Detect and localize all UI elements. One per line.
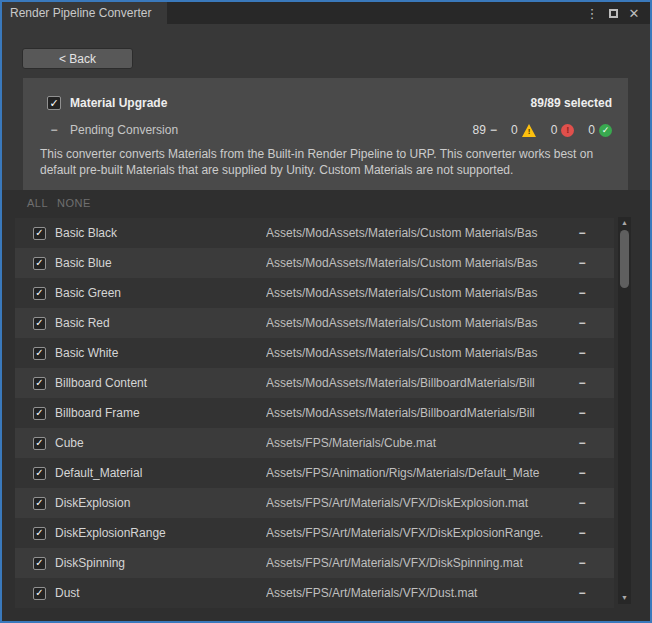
item-checkbox[interactable]: ✓ bbox=[33, 227, 46, 240]
converter-panel: ✓ Material Upgrade 89/89 selected − Pend… bbox=[23, 78, 628, 190]
item-name: Basic Red bbox=[55, 316, 266, 330]
item-name: DiskSpinning bbox=[55, 556, 266, 570]
check-icon: ✓ bbox=[35, 378, 43, 388]
titlebar: Render Pipeline Converter ⋮ ✕ bbox=[2, 2, 650, 24]
item-checkbox[interactable]: ✓ bbox=[33, 497, 46, 510]
item-checkbox[interactable]: ✓ bbox=[33, 437, 46, 450]
success-count: 0 bbox=[588, 123, 595, 137]
item-path: Assets/FPS/Art/Materials/VFX/Dust.mat bbox=[266, 586, 550, 600]
item-status-dash-icon: − bbox=[550, 226, 614, 240]
item-name: Cube bbox=[55, 436, 266, 450]
pending-conversion-label: Pending Conversion bbox=[70, 123, 178, 137]
converter-description: This converter converts Materials from t… bbox=[40, 146, 612, 178]
pending-count: 89 bbox=[473, 123, 486, 137]
table-row: ✓ DiskSpinning Assets/FPS/Art/Materials/… bbox=[15, 548, 614, 578]
table-row: ✓ DiskExplosionRange Assets/FPS/Art/Mate… bbox=[15, 518, 614, 548]
item-path: Assets/ModAssets/Materials/Custom Materi… bbox=[266, 286, 550, 300]
success-counter: 0 ✓ bbox=[588, 123, 612, 137]
item-name: DiskExplosionRange bbox=[55, 526, 266, 540]
close-icon[interactable]: ✕ bbox=[627, 5, 641, 21]
item-checkbox[interactable]: ✓ bbox=[33, 587, 46, 600]
item-checkbox[interactable]: ✓ bbox=[33, 527, 46, 540]
error-icon: ! bbox=[561, 124, 574, 137]
scrollbar[interactable]: ▲ ▼ bbox=[617, 216, 632, 605]
item-status-dash-icon: − bbox=[550, 316, 614, 330]
table-row: ✓ Default_Material Assets/FPS/Animation/… bbox=[15, 458, 614, 488]
tab-render-pipeline-converter[interactable]: Render Pipeline Converter bbox=[2, 2, 167, 24]
item-path: Assets/FPS/Art/Materials/VFX/DiskExplosi… bbox=[266, 496, 550, 510]
table-row: ✓ Basic Red Assets/ModAssets/Materials/C… bbox=[15, 308, 614, 338]
material-upgrade-checkbox[interactable]: ✓ bbox=[47, 96, 61, 110]
check-icon: ✓ bbox=[35, 318, 43, 328]
warning-icon: ! bbox=[522, 124, 537, 137]
window-title: Render Pipeline Converter bbox=[10, 6, 151, 20]
check-icon: ✓ bbox=[35, 468, 43, 478]
pending-counter: 89 − bbox=[473, 123, 497, 137]
item-status-dash-icon: − bbox=[550, 586, 614, 600]
item-name: Basic White bbox=[55, 346, 266, 360]
fold-dash-icon[interactable]: − bbox=[47, 123, 61, 137]
table-row: ✓ Basic Green Assets/ModAssets/Materials… bbox=[15, 278, 614, 308]
item-path: Assets/FPS/Art/Materials/VFX/DiskExplosi… bbox=[266, 526, 550, 540]
back-button[interactable]: < Back bbox=[22, 48, 133, 69]
error-counter: 0 ! bbox=[551, 123, 575, 137]
pending-conversion-row: − Pending Conversion 89 − 0 ! 0 ! bbox=[47, 121, 612, 139]
item-checkbox[interactable]: ✓ bbox=[33, 407, 46, 420]
table-row: ✓ Dust Assets/FPS/Art/Materials/VFX/Dust… bbox=[15, 578, 614, 608]
table-row: ✓ Basic White Assets/ModAssets/Materials… bbox=[15, 338, 614, 368]
item-status-dash-icon: − bbox=[550, 346, 614, 360]
item-path: Assets/ModAssets/Materials/Custom Materi… bbox=[266, 226, 550, 240]
check-icon: ✓ bbox=[35, 528, 43, 538]
warning-counter: 0 ! bbox=[511, 123, 537, 137]
item-status-dash-icon: − bbox=[550, 376, 614, 390]
check-icon: ✓ bbox=[35, 348, 43, 358]
check-icon: ✓ bbox=[49, 98, 58, 109]
item-path: Assets/FPS/Materials/Cube.mat bbox=[266, 436, 550, 450]
item-path: Assets/ModAssets/Materials/Custom Materi… bbox=[266, 316, 550, 330]
item-checkbox[interactable]: ✓ bbox=[33, 347, 46, 360]
item-name: DiskExplosion bbox=[55, 496, 266, 510]
item-status-dash-icon: − bbox=[550, 406, 614, 420]
item-path: Assets/FPS/Art/Materials/VFX/DiskSpinnin… bbox=[266, 556, 550, 570]
table-row: ✓ Billboard Frame Assets/ModAssets/Mater… bbox=[15, 398, 614, 428]
table-row: ✓ DiskExplosion Assets/FPS/Art/Materials… bbox=[15, 488, 614, 518]
materials-list: ✓ Basic Black Assets/ModAssets/Materials… bbox=[15, 218, 614, 608]
pending-dash-icon: − bbox=[490, 123, 497, 137]
item-status-dash-icon: − bbox=[550, 466, 614, 480]
item-checkbox[interactable]: ✓ bbox=[33, 467, 46, 480]
scrollbar-thumb[interactable] bbox=[620, 230, 629, 288]
converter-header-row: ✓ Material Upgrade 89/89 selected bbox=[47, 94, 612, 112]
item-checkbox[interactable]: ✓ bbox=[33, 557, 46, 570]
item-path: Assets/ModAssets/Materials/BillboardMate… bbox=[266, 376, 550, 390]
table-row: ✓ Basic Black Assets/ModAssets/Materials… bbox=[15, 218, 614, 248]
item-path: Assets/ModAssets/Materials/BillboardMate… bbox=[266, 406, 550, 420]
item-status-dash-icon: − bbox=[550, 436, 614, 450]
item-checkbox[interactable]: ✓ bbox=[33, 287, 46, 300]
materials-list-region: ALL NONE ✓ Basic Black Assets/ModAssets/… bbox=[2, 190, 650, 621]
item-name: Default_Material bbox=[55, 466, 266, 480]
select-all-button[interactable]: ALL bbox=[27, 197, 48, 209]
item-checkbox[interactable]: ✓ bbox=[33, 377, 46, 390]
check-icon: ✓ bbox=[35, 258, 43, 268]
item-path: Assets/ModAssets/Materials/Custom Materi… bbox=[266, 256, 550, 270]
item-status-dash-icon: − bbox=[550, 496, 614, 510]
item-path: Assets/ModAssets/Materials/Custom Materi… bbox=[266, 346, 550, 360]
item-checkbox[interactable]: ✓ bbox=[33, 257, 46, 270]
selection-buttons: ALL NONE bbox=[27, 195, 650, 211]
menu-icon[interactable]: ⋮ bbox=[585, 5, 599, 21]
status-counters: 89 − 0 ! 0 ! 0 ✓ bbox=[473, 123, 612, 137]
scroll-up-icon[interactable]: ▲ bbox=[618, 218, 631, 228]
item-name: Billboard Frame bbox=[55, 406, 266, 420]
scroll-down-icon[interactable]: ▼ bbox=[618, 593, 631, 603]
item-checkbox[interactable]: ✓ bbox=[33, 317, 46, 330]
select-none-button[interactable]: NONE bbox=[57, 197, 91, 209]
maximize-icon[interactable] bbox=[606, 5, 620, 21]
error-count: 0 bbox=[551, 123, 558, 137]
table-row: ✓ Cube Assets/FPS/Materials/Cube.mat − bbox=[15, 428, 614, 458]
check-icon: ✓ bbox=[35, 438, 43, 448]
warning-count: 0 bbox=[511, 123, 518, 137]
check-icon: ✓ bbox=[35, 288, 43, 298]
table-row: ✓ Billboard Content Assets/ModAssets/Mat… bbox=[15, 368, 614, 398]
converter-title: Material Upgrade bbox=[70, 96, 167, 110]
item-status-dash-icon: − bbox=[550, 256, 614, 270]
